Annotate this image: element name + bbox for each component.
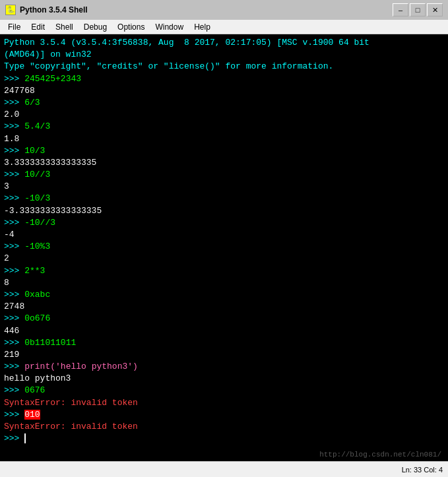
menu-help[interactable]: Help [189,21,216,33]
menu-bar: File Edit Shell Debug Options Window Hel… [0,20,448,34]
close-button[interactable]: ✕ [427,3,443,16]
status-bar: Ln: 33 Col: 4 [0,461,448,477]
shell-output[interactable]: Python 3.5.4 (v3.5.4:3f56838, Aug 8 2017… [0,34,448,461]
shell-line: 247768 [4,85,444,97]
menu-shell[interactable]: Shell [50,21,79,33]
shell-line: >>> 10//3 [4,169,444,181]
menu-file[interactable]: File [3,21,26,33]
shell-line: (AMD64)] on win32 [4,49,444,61]
shell-line: >>> [4,433,444,445]
shell-line: Python 3.5.4 (v3.5.4:3f56838, Aug 8 2017… [4,37,444,49]
shell-line: 446 [4,325,444,337]
shell-line: 219 [4,349,444,361]
shell-line: 2.0 [4,109,444,121]
shell-line: >>> 0xabc [4,289,444,301]
minimize-button[interactable]: – [393,3,408,16]
maximize-button[interactable]: □ [410,3,426,16]
shell-line: >>> 6/3 [4,97,444,109]
window-title: Python 3.5.4 Shell [20,5,393,15]
shell-line: 2748 [4,301,444,313]
shell-line: >>> 0676 [4,385,444,397]
shell-line: hello python3 [4,373,444,385]
menu-window[interactable]: Window [150,21,189,33]
shell-line: 1.8 [4,133,444,145]
shell-line: >>> 010 [4,409,444,421]
shell-line: 3.3333333333333335 [4,157,444,169]
shell-line: >>> 2**3 [4,265,444,277]
shell-line: >>> -10%3 [4,241,444,253]
shell-line: Type "copyright", "credits" or "license(… [4,61,444,73]
shell-line: 8 [4,277,444,289]
shell-line: 2 [4,253,444,265]
shell-line: >>> 0o676 [4,313,444,325]
shell-line: -3.3333333333333335 [4,205,444,217]
shell-line: >>> -10//3 [4,217,444,229]
shell-line: >>> 0b11011011 [4,337,444,349]
app-icon: 🐍 [5,5,16,15]
shell-line: SyntaxError: invalid token [4,397,444,409]
shell-line: >>> 10/3 [4,145,444,157]
shell-line: -4 [4,229,444,241]
menu-debug[interactable]: Debug [79,21,112,33]
menu-edit[interactable]: Edit [26,21,50,33]
menu-options[interactable]: Options [112,21,150,33]
window-controls: – □ ✕ [393,3,443,16]
shell-line: >>> 245425+2343 [4,73,444,85]
shell-line: 3 [4,181,444,193]
title-bar: 🐍 Python 3.5.4 Shell – □ ✕ [0,0,448,20]
shell-line: SyntaxError: invalid token [4,421,444,433]
shell-line: >>> print('hello python3') [4,361,444,373]
shell-line: >>> 5.4/3 [4,121,444,133]
cursor-position: Ln: 33 Col: 4 [402,466,443,474]
watermark: http://blog.csdn.net/cln081/ [319,451,441,459]
shell-line: >>> -10/3 [4,193,444,205]
